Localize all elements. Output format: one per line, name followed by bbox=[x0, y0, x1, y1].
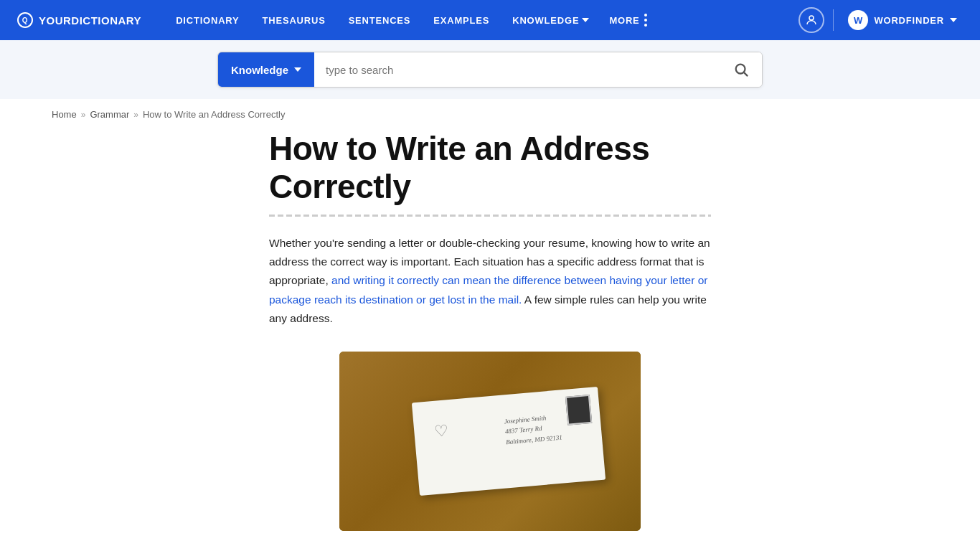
user-account-button[interactable] bbox=[798, 7, 824, 33]
search-category-label: Knowledge bbox=[231, 64, 288, 76]
nav-more[interactable]: MORE bbox=[600, 0, 655, 40]
wordfinder-logo: W bbox=[848, 10, 868, 30]
article-image-container: ♡ Josephine Smith 4837 Terry Rd Baltimor… bbox=[269, 352, 711, 531]
breadcrumb-current: How to Write an Address Correctly bbox=[143, 109, 285, 120]
article-intro: Whether you're sending a letter or doubl… bbox=[269, 234, 711, 329]
breadcrumb-sep-1: » bbox=[81, 110, 86, 120]
nav-thesaurus[interactable]: THESAURUS bbox=[251, 0, 337, 40]
logo-icon: Q bbox=[17, 12, 33, 28]
article-title: How to Write an Address Correctly bbox=[269, 130, 711, 206]
breadcrumb-section[interactable]: Grammar bbox=[90, 109, 129, 120]
nav-divider bbox=[833, 9, 834, 31]
article-link[interactable]: and writing it correctly can mean the di… bbox=[269, 274, 707, 305]
search-button[interactable] bbox=[720, 52, 762, 87]
wordfinder-chevron-icon bbox=[950, 18, 957, 22]
article-image: ♡ Josephine Smith 4837 Terry Rd Baltimor… bbox=[339, 352, 641, 531]
nav-right-area: W WORDFINDER bbox=[798, 7, 963, 33]
logo-text: YOURDICTIONARY bbox=[39, 14, 141, 27]
breadcrumb-sep-2: » bbox=[133, 110, 138, 120]
envelope-stamp bbox=[565, 394, 592, 425]
nav-knowledge[interactable]: KNOWLEDGE bbox=[501, 0, 600, 40]
svg-point-0 bbox=[809, 16, 814, 20]
svg-line-2 bbox=[744, 72, 748, 76]
user-icon bbox=[805, 14, 818, 27]
envelope-address-text: Josephine Smith 4837 Terry Rd Baltimore,… bbox=[504, 411, 562, 447]
image-background: ♡ Josephine Smith 4837 Terry Rd Baltimor… bbox=[339, 352, 641, 531]
more-dots-icon bbox=[644, 14, 647, 27]
breadcrumb-home[interactable]: Home bbox=[52, 109, 77, 120]
nav-links: DICTIONARY THESAURUS SENTENCES EXAMPLES … bbox=[164, 0, 798, 40]
title-divider bbox=[269, 215, 711, 217]
search-area: Knowledge bbox=[0, 40, 980, 99]
nav-sentences[interactable]: SENTENCES bbox=[337, 0, 423, 40]
main-content: How to Write an Address Correctly Whethe… bbox=[217, 130, 763, 551]
envelope-illustration: ♡ Josephine Smith 4837 Terry Rd Baltimor… bbox=[412, 386, 606, 495]
wordfinder-button[interactable]: W WORDFINDER bbox=[842, 10, 963, 30]
site-logo[interactable]: Q YOURDICTIONARY bbox=[17, 12, 141, 28]
nav-examples[interactable]: EXAMPLES bbox=[422, 0, 501, 40]
search-bar: Knowledge bbox=[217, 52, 763, 88]
envelope-heart-icon: ♡ bbox=[433, 421, 449, 441]
search-icon bbox=[733, 62, 749, 77]
knowledge-dropdown-icon bbox=[582, 18, 589, 22]
category-chevron-icon bbox=[294, 67, 301, 72]
search-category-selector[interactable]: Knowledge bbox=[218, 52, 314, 87]
top-navigation: Q YOURDICTIONARY DICTIONARY THESAURUS SE… bbox=[0, 0, 980, 40]
nav-dictionary[interactable]: DICTIONARY bbox=[164, 0, 250, 40]
breadcrumb: Home » Grammar » How to Write an Address… bbox=[0, 99, 980, 130]
svg-point-1 bbox=[736, 65, 745, 74]
search-input[interactable] bbox=[314, 52, 720, 87]
